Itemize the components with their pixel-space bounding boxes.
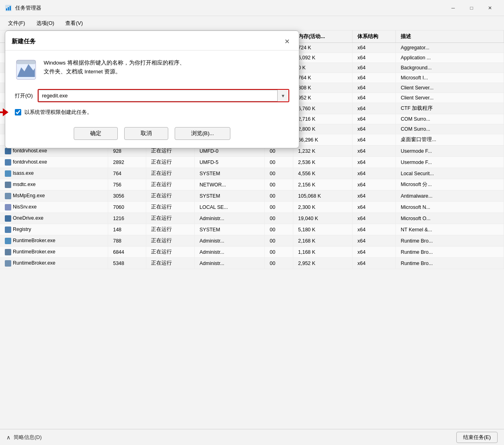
dialog-close-button[interactable]: ✕ (281, 36, 292, 47)
process-arch-cell: x64 (353, 93, 396, 103)
menubar: 文件(F) 选项(O) 查看(V) (0, 16, 504, 30)
process-mem-cell: 19,040 K (293, 213, 353, 224)
process-mem-cell: 5,180 K (293, 224, 353, 235)
process-mem-cell: 1,232 K (293, 146, 353, 157)
process-mem-cell: 952 K (293, 93, 353, 103)
menu-file[interactable]: 文件(F) (3, 18, 30, 28)
process-desc-cell: Microsoft N... (396, 202, 504, 213)
process-arch-cell: x64 (353, 146, 396, 157)
dialog-buttons-row: 确定 取消 浏览(B)... (15, 127, 289, 140)
process-arch-cell: x64 (353, 83, 396, 93)
process-mem-cell: 2,168 K (293, 235, 353, 247)
table-row[interactable]: RuntimeBroker.exe5348正在运行Administr...002… (0, 258, 504, 269)
process-status-cell: 正在运行 (146, 168, 194, 179)
process-arch-cell: x64 (353, 168, 396, 179)
process-desc-cell: Antimalware... (396, 190, 504, 202)
brief-info-label[interactable]: 简略信息(D) (14, 434, 42, 441)
process-desc-cell: Background... (396, 63, 504, 73)
admin-checkbox[interactable] (15, 109, 21, 115)
dialog-body: Windows 将根据你所键入的名称，为你打开相应的程序、文件夹、文档或 Int… (5, 51, 299, 148)
expand-icon: ∧ (6, 434, 10, 441)
process-mem-cell: 724 K (293, 43, 353, 53)
process-mem-cell: 2,716 K (293, 114, 353, 124)
process-status-cell: 正在运行 (146, 213, 194, 224)
dialog-dropdown-button[interactable]: ▼ (277, 90, 288, 101)
process-desc-cell: 桌面窗口管理... (396, 134, 504, 146)
process-status-cell: 正在运行 (146, 247, 194, 258)
dialog-browse-button[interactable]: 浏览(B)... (175, 127, 230, 140)
process-desc-cell: CTF 加载程序 (396, 103, 504, 114)
end-task-button[interactable]: 结束任务(E) (456, 432, 498, 443)
col-header-desc[interactable]: 描述 (396, 30, 504, 43)
process-mem-cell: 6,760 K (293, 103, 353, 114)
menu-view[interactable]: 查看(V) (60, 18, 87, 28)
dialog-cancel-button[interactable]: 取消 (124, 127, 168, 140)
process-mem-cell: 2,800 K (293, 124, 353, 134)
dialog-titlebar: 新建任务 ✕ (5, 31, 299, 51)
dialog-checkbox-row: 以系统管理权限创建此任务。 (15, 109, 289, 116)
table-row[interactable]: RuntimeBroker.exe788正在运行Administr...002,… (0, 235, 504, 247)
process-desc-cell: Usermode F... (396, 146, 504, 157)
process-arch-cell: x64 (353, 157, 396, 168)
menu-options[interactable]: 选项(O) (32, 18, 59, 28)
process-status-cell: 正在运行 (146, 258, 194, 269)
admin-checkbox-label: 以系统管理权限创建此任务。 (24, 109, 92, 116)
process-cpu-cell: 00 (265, 258, 293, 269)
table-row[interactable]: Registry148正在运行SYSTEM005,180 Kx64NT Kern… (0, 224, 504, 235)
process-user-cell: Administr... (194, 213, 264, 224)
col-header-arch[interactable]: 体系结构 (353, 30, 396, 43)
table-row[interactable]: OneDrive.exe1216正在运行Administr...0019,040… (0, 213, 504, 224)
table-row[interactable]: NisSrv.exe7060正在运行LOCAL SE...002,300 Kx6… (0, 202, 504, 213)
process-cpu-cell: 00 (265, 179, 293, 190)
dialog-ok-button[interactable]: 确定 (74, 127, 118, 140)
bottom-bar-text[interactable]: ∧ 简略信息(D) (6, 434, 42, 441)
process-pid-cell: 148 (108, 224, 146, 235)
process-arch-cell: x64 (353, 258, 396, 269)
process-mem-cell: 808 K (293, 83, 353, 93)
process-mem-cell: 2,156 K (293, 179, 353, 190)
bottom-bar: ∧ 简略信息(D) 结束任务(E) (0, 429, 504, 445)
table-row[interactable]: lsass.exe764正在运行SYSTEM004,556 Kx64Local … (0, 168, 504, 179)
process-arch-cell: x64 (353, 224, 396, 235)
process-cpu-cell: 00 (265, 247, 293, 258)
close-button[interactable]: ✕ (481, 2, 499, 14)
svg-rect-2 (8, 7, 9, 10)
process-status-cell: 正在运行 (146, 190, 194, 202)
minimize-button[interactable]: ─ (444, 2, 462, 14)
process-arch-cell: x64 (353, 202, 396, 213)
table-row[interactable]: fontdrvhost.exe2892正在运行UMFD-5002,536 Kx6… (0, 157, 504, 168)
process-arch-cell: x64 (353, 213, 396, 224)
process-mem-cell: 2,952 K (293, 258, 353, 269)
taskmanager-icon (5, 4, 12, 12)
dialog-title: 新建任务 (12, 38, 36, 45)
process-desc-cell: COM Surro... (396, 114, 504, 124)
process-pid-cell: 756 (108, 179, 146, 190)
process-cpu-cell: 00 (265, 168, 293, 179)
process-arch-cell: x64 (353, 235, 396, 247)
process-user-cell: Administr... (194, 235, 264, 247)
dialog-input-wrapper: ▼ (38, 89, 289, 102)
process-pid-cell: 7060 (108, 202, 146, 213)
process-status-cell: 正在运行 (146, 235, 194, 247)
process-status-cell: 正在运行 (146, 202, 194, 213)
col-header-mem[interactable]: 内存(活动... (293, 30, 353, 43)
process-cpu-cell: 00 (265, 224, 293, 235)
process-desc-cell: Microsoft O... (396, 213, 504, 224)
process-user-cell: Administr... (194, 258, 264, 269)
process-user-cell: NETWOR... (194, 179, 264, 190)
process-name-cell: RuntimeBroker.exe (0, 235, 108, 247)
process-arch-cell: x64 (353, 124, 396, 134)
process-user-cell: Administr... (194, 247, 264, 258)
table-row[interactable]: RuntimeBroker.exe6844正在运行Administr...001… (0, 247, 504, 258)
dialog-input[interactable] (38, 90, 288, 101)
process-arch-cell: x64 (353, 53, 396, 63)
maximize-button[interactable]: □ (462, 2, 481, 14)
process-pid-cell: 1216 (108, 213, 146, 224)
process-name-cell: RuntimeBroker.exe (0, 258, 108, 269)
process-cpu-cell: 00 (265, 157, 293, 168)
table-row[interactable]: MsMpEng.exe3056正在运行SYSTEM00105,068 Kx64A… (0, 190, 504, 202)
process-status-cell: 正在运行 (146, 224, 194, 235)
table-row[interactable]: msdtc.exe756正在运行NETWOR...002,156 Kx64Mic… (0, 179, 504, 190)
process-mem-cell: 0 K (293, 63, 353, 73)
process-name-cell: Registry (0, 224, 108, 235)
